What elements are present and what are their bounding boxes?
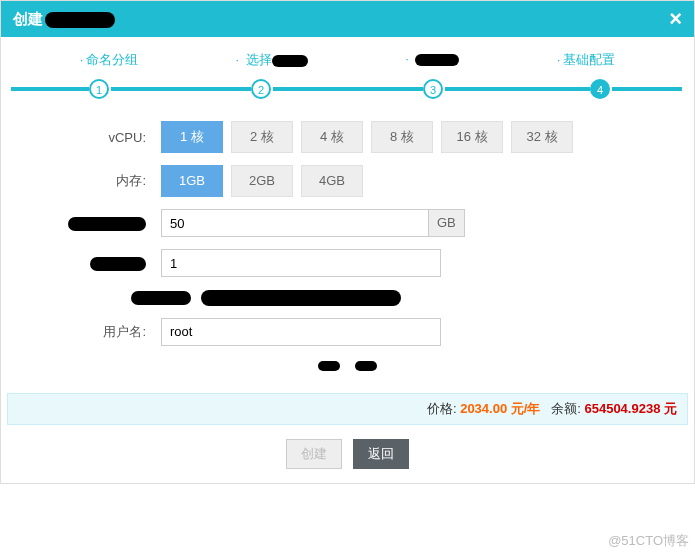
step-circle-2[interactable]: 2 [251, 79, 271, 99]
row-memory: 内存: 1GB 2GB 4GB [31, 165, 664, 197]
row-redacted-2 [31, 358, 664, 373]
mem-opt-2gb[interactable]: 2GB [231, 165, 293, 197]
modal-title: 创建 [13, 1, 115, 37]
count-label [31, 255, 161, 271]
disk-unit: GB [429, 209, 465, 237]
vcpu-opt-4[interactable]: 4 核 [301, 121, 363, 153]
back-button[interactable]: 返回 [353, 439, 409, 469]
vcpu-label: vCPU: [31, 130, 161, 145]
username-input[interactable] [161, 318, 441, 346]
balance-value: 654504.9238 元 [584, 401, 677, 416]
vcpu-opt-2[interactable]: 2 核 [231, 121, 293, 153]
memory-label: 内存: [31, 172, 161, 190]
row-username: 用户名: [31, 318, 664, 346]
create-button[interactable]: 创建 [286, 439, 342, 469]
balance-label: 余额: [551, 401, 581, 416]
modal-header: 创建 × [1, 1, 694, 37]
price-bar: 价格: 2034.00 元/年 余额: 654504.9238 元 [7, 393, 688, 425]
step-circle-4[interactable]: 4 [590, 79, 610, 99]
button-row: 创建 返回 [1, 431, 694, 483]
close-icon[interactable]: × [669, 1, 682, 37]
form-area: vCPU: 1 核 2 核 4 核 8 核 16 核 32 核 内存: 1GB … [1, 121, 694, 387]
disk-label [31, 215, 161, 231]
price-label: 价格: [427, 401, 457, 416]
row-count [31, 249, 664, 277]
price-value: 2034.00 元/年 [460, 401, 540, 416]
step-labels: 命名分组 选择 基础配置 [1, 37, 694, 69]
step-circle-1[interactable]: 1 [89, 79, 109, 99]
step-track: 1 2 3 4 [11, 77, 684, 107]
step-label-3[interactable] [405, 51, 459, 69]
disk-input[interactable] [161, 209, 429, 237]
vcpu-opt-1[interactable]: 1 核 [161, 121, 223, 153]
vcpu-opt-32[interactable]: 32 核 [511, 121, 573, 153]
row-vcpu: vCPU: 1 核 2 核 4 核 8 核 16 核 32 核 [31, 121, 664, 153]
step-label-2[interactable]: 选择 [236, 51, 308, 69]
count-input[interactable] [161, 249, 441, 277]
mem-opt-4gb[interactable]: 4GB [301, 165, 363, 197]
vcpu-opt-8[interactable]: 8 核 [371, 121, 433, 153]
mem-opt-1gb[interactable]: 1GB [161, 165, 223, 197]
vcpu-opt-16[interactable]: 16 核 [441, 121, 503, 153]
step-label-1[interactable]: 命名分组 [80, 51, 139, 69]
row-disk: GB [31, 209, 664, 237]
username-label: 用户名: [31, 323, 161, 341]
row-redacted [131, 289, 664, 306]
step-circle-3[interactable]: 3 [423, 79, 443, 99]
modal: 创建 × 命名分组 选择 基础配置 1 2 3 4 vCPU: 1 核 2 核 … [0, 0, 695, 484]
step-label-4[interactable]: 基础配置 [557, 51, 616, 69]
